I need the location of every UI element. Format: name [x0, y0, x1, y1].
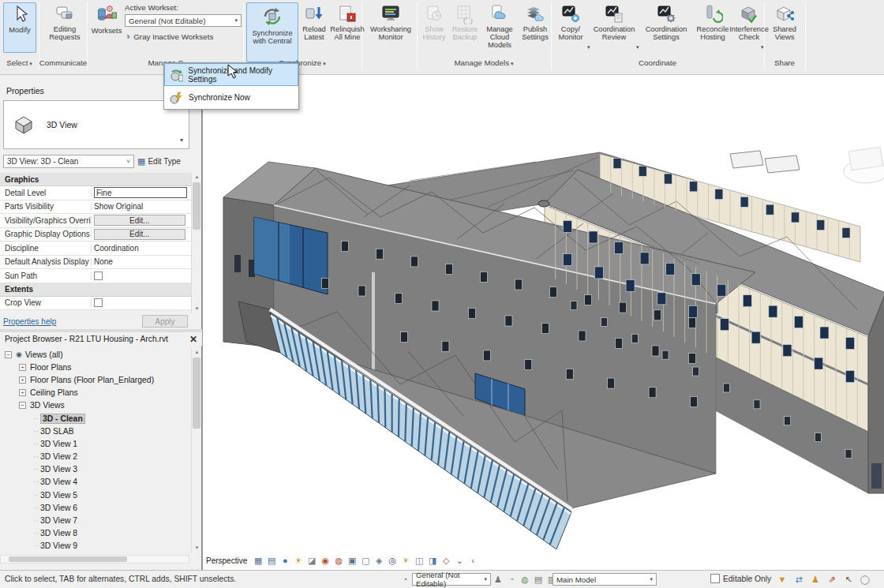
tree-item[interactable]: ··3D View 9	[0, 540, 189, 552]
cloud-model-icon[interactable]: ◍	[519, 574, 530, 585]
editable-only-toggle[interactable]: Editable Only	[710, 574, 771, 583]
expander-icon[interactable]: −	[19, 402, 26, 409]
tree-item[interactable]: +Floor Plans (Floor Plan_Enlarged)	[0, 373, 189, 386]
coordination-review-dropdown-icon[interactable]: ▾	[636, 44, 639, 51]
worksharing-monitor-button[interactable]: Worksharing Monitor	[366, 2, 415, 41]
expander-icon[interactable]: +	[19, 376, 26, 384]
editing-requests-icon[interactable]: ♟	[493, 574, 504, 585]
active-workset-combo[interactable]: General (Not Editable) ▾	[125, 14, 242, 27]
scroll-up-icon[interactable]: ▲	[192, 173, 202, 182]
coordination-review-button[interactable]: Coordination Review	[590, 2, 639, 41]
worksets-button[interactable]: Worksets	[88, 2, 125, 35]
synchronize-with-central-button[interactable]: Synchronize with Central	[246, 2, 298, 62]
copy-monitor-button[interactable]: Copy/ Monitor	[553, 2, 588, 41]
property-row[interactable]: Visibility/Graphics Overri...Edit...	[0, 214, 191, 228]
temporary-hide-icon[interactable]: ◎	[387, 555, 398, 566]
modify-button[interactable]: Modify	[3, 2, 36, 53]
editable-only-checkbox[interactable]	[710, 574, 720, 583]
worksets-status-icon[interactable]: ◔	[399, 574, 410, 585]
reveal-constraints-icon[interactable]: ◇	[440, 555, 451, 566]
filter-icon[interactable]: ▼	[777, 574, 788, 585]
property-row[interactable]: Parts VisibilityShow Original	[0, 200, 191, 215]
tree-item[interactable]: −◉Views (all)	[0, 348, 189, 361]
tree-item[interactable]: ··3D - Clean	[0, 412, 189, 425]
properties-scrollbar[interactable]: ▲ ▼	[191, 173, 201, 313]
properties-help-link[interactable]: Properties help	[3, 317, 56, 326]
tree-item[interactable]: ··3D View 4	[0, 476, 189, 489]
editing-requests-button[interactable]: Editing Requests	[44, 2, 85, 41]
select-panel-label[interactable]: Select▾	[0, 57, 39, 69]
manage-models-panel-label[interactable]: Manage Models▾	[417, 57, 551, 69]
editing-requests-badge-icon[interactable]: ♟	[810, 574, 821, 585]
property-row[interactable]: Sun Path	[0, 269, 191, 283]
tree-item[interactable]: ··3D View 2	[0, 451, 189, 463]
show-crop-icon[interactable]: ▢	[360, 555, 371, 566]
sun-settings-icon[interactable]: ☀	[293, 555, 304, 566]
visual-style-icon[interactable]: ●	[279, 555, 290, 566]
rendering-icon[interactable]: ◍	[333, 555, 344, 566]
shared-views-button[interactable]: Shared Views	[766, 2, 803, 41]
worksets-status-icon[interactable]: ◔	[506, 574, 517, 585]
tree-item[interactable]: ··3D View 5	[0, 489, 189, 501]
property-row[interactable]: Graphics	[0, 173, 191, 186]
design-options-icon[interactable]: ▤	[533, 574, 544, 585]
apply-button[interactable]: Apply	[142, 315, 188, 328]
tree-item[interactable]: ··3D View 7	[0, 514, 189, 526]
shadows-icon[interactable]: ◪	[306, 555, 317, 566]
scroll-down-icon[interactable]: ▼	[192, 544, 202, 552]
edit-type-button[interactable]: ▦ Edit Type	[137, 156, 181, 167]
detail-level-icon[interactable]: ▤	[266, 555, 277, 566]
publish-settings-button[interactable]: Publish Settings	[519, 2, 551, 41]
instance-selector-combo[interactable]: 3D View: 3D - Clean ˅	[3, 155, 134, 168]
tree-item[interactable]: +Ceiling Plans	[0, 387, 189, 399]
status-workset-combo[interactable]: General (Not Editable) ▾	[412, 573, 491, 586]
select-toggle-icon[interactable]: ↖	[843, 574, 854, 585]
type-selector[interactable]: 3D View ▾	[3, 100, 189, 149]
3d-model-view[interactable]	[203, 75, 884, 570]
tree-item[interactable]: −3D Views	[0, 399, 189, 412]
browser-scrollbar[interactable]: ▲ ▼	[191, 348, 201, 552]
menu-item-synchronize-now[interactable]: Synchronize Now	[164, 86, 298, 109]
property-row[interactable]: Graphic Display OptionsEdit...	[0, 228, 191, 242]
tree-item[interactable]: ··3D SLAB	[0, 425, 189, 437]
chevron-down-icon[interactable]: ▾	[180, 137, 183, 144]
reveal-hidden-icon[interactable]: ☀	[400, 555, 411, 566]
copy-monitor-dropdown-icon[interactable]: ▾	[587, 44, 590, 51]
expander-icon[interactable]: +	[19, 364, 26, 371]
lock-view-icon[interactable]: ◈	[373, 555, 384, 566]
selection-count-icon[interactable]: ◯	[860, 574, 871, 585]
tree-item[interactable]: +Floor Plans	[0, 361, 189, 373]
manage-links-icon[interactable]: ⇗	[826, 574, 837, 585]
coordination-settings-button[interactable]: Coordination Settings	[640, 2, 692, 41]
expander-icon[interactable]: +	[19, 389, 26, 396]
design-option-combo[interactable]: Main Model ▾	[552, 573, 657, 586]
tree-item[interactable]: ··3D View 6	[0, 501, 189, 514]
tree-item[interactable]: ··3D View 8	[0, 527, 189, 540]
reload-latest-button[interactable]: Reload Latest	[299, 2, 329, 41]
view-scale-icon[interactable]: ▦	[253, 555, 264, 566]
reconcile-hosting-button[interactable]: Reconcile Hosting	[694, 2, 732, 41]
release-worksets-icon[interactable]: ⇄	[793, 574, 804, 585]
property-row[interactable]: Detail LevelFine	[0, 186, 191, 200]
interference-check-dropdown-icon[interactable]: ▾	[761, 44, 764, 51]
drawing-area[interactable]: Perspective ▦▤●☀◪◉◍▣▢◈◎☀◫◨◇⌄‹	[202, 75, 884, 570]
tree-item[interactable]: ··3D View 3	[0, 463, 189, 476]
browser-hscrollbar[interactable]	[0, 555, 189, 564]
expand-control-bar-icon[interactable]: ‹	[467, 555, 478, 566]
relinquish-all-mine-button[interactable]: Relinquish All Mine	[330, 2, 365, 41]
property-row[interactable]: Crop View	[0, 297, 191, 311]
property-row[interactable]: Extents	[0, 283, 191, 297]
tree-item[interactable]: ··3D View 1	[0, 437, 189, 450]
worksharing-display-icon[interactable]: ⌄	[454, 555, 465, 566]
displace-elements-icon[interactable]: ◨	[427, 555, 438, 566]
crop-view-icon[interactable]: ▣	[346, 555, 358, 566]
property-row[interactable]: Default Analysis Display ...None	[0, 256, 191, 270]
expander-icon[interactable]: −	[5, 351, 12, 358]
show-history-button[interactable]: Show History	[419, 2, 449, 41]
temporary-view-properties-icon[interactable]: ◫	[414, 555, 425, 566]
close-icon[interactable]: ✕	[189, 334, 197, 345]
manage-cloud-models-button[interactable]: Manage Cloud Models	[481, 2, 519, 50]
interference-check-button[interactable]: Interference Check	[733, 2, 765, 41]
sun-path-icon[interactable]: ◉	[320, 555, 331, 566]
scroll-down-icon[interactable]: ▼	[192, 305, 202, 313]
